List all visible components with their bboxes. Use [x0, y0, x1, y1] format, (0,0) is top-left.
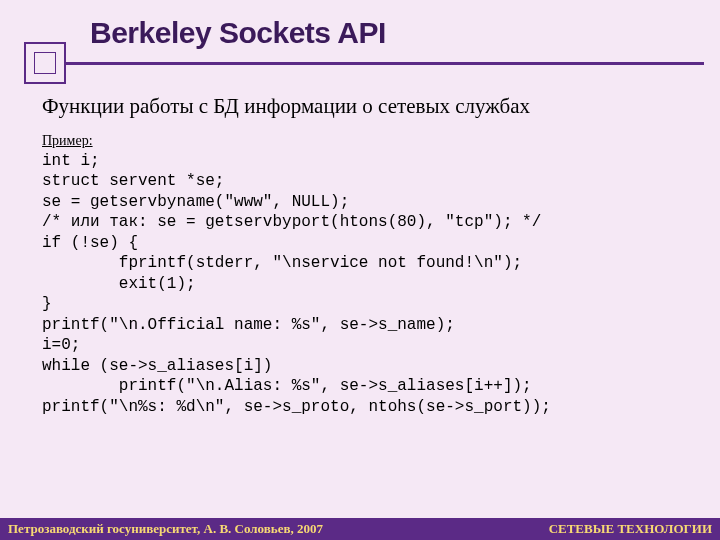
footer-right: СЕТЕВЫЕ ТЕХНОЛОГИИ: [549, 521, 712, 537]
slide-body: Функции работы с БД информации о сетевых…: [42, 94, 692, 417]
footer: Петрозаводский госуниверситет, А. В. Сол…: [0, 518, 720, 540]
example-label: Пример:: [42, 133, 692, 149]
title-underline: [24, 62, 704, 65]
title-decoration-box-inner: [34, 52, 56, 74]
title-area: Berkeley Sockets API: [0, 0, 720, 50]
slide-subtitle: Функции работы с БД информации о сетевых…: [42, 94, 692, 119]
code-block: int i; struct servent *se; se = getservb…: [42, 151, 692, 417]
footer-left: Петрозаводский госуниверситет, А. В. Сол…: [8, 521, 323, 537]
slide-title: Berkeley Sockets API: [90, 16, 720, 50]
slide: Berkeley Sockets API Функции работы с БД…: [0, 0, 720, 540]
